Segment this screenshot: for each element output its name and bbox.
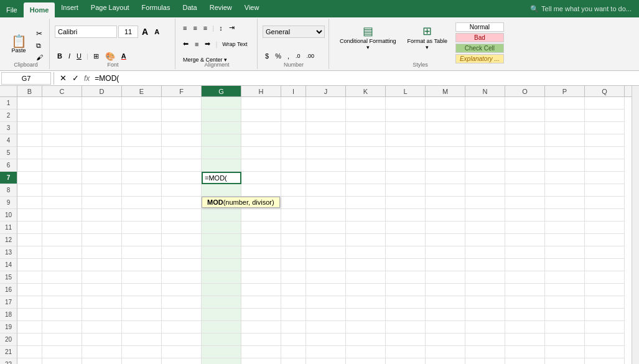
table-cell[interactable]	[82, 184, 122, 197]
table-cell[interactable]	[386, 172, 426, 184]
table-cell[interactable]	[82, 321, 122, 334]
increase-decimal-button[interactable]: .0	[293, 52, 303, 60]
table-cell[interactable]	[545, 346, 585, 358]
table-cell[interactable]	[42, 222, 82, 234]
table-cell[interactable]	[202, 284, 241, 296]
table-cell[interactable]	[42, 259, 82, 271]
table-cell[interactable]	[42, 346, 82, 358]
table-cell[interactable]	[505, 110, 545, 122]
font-color-button[interactable]: A	[119, 51, 129, 61]
table-cell[interactable]	[505, 234, 545, 246]
table-cell[interactable]	[505, 358, 545, 364]
currency-button[interactable]: $	[263, 51, 271, 61]
table-cell[interactable]	[122, 284, 162, 296]
table-cell[interactable]	[386, 259, 426, 271]
table-cell[interactable]	[386, 321, 426, 334]
col-header-n[interactable]: N	[465, 86, 505, 96]
align-top-right-button[interactable]: ≡	[201, 23, 210, 33]
table-cell[interactable]	[426, 110, 465, 122]
table-cell[interactable]	[585, 222, 625, 234]
table-cell[interactable]	[122, 246, 162, 259]
table-cell[interactable]	[82, 271, 122, 284]
table-cell[interactable]	[545, 259, 585, 271]
font-name-input[interactable]	[55, 26, 117, 38]
table-cell[interactable]	[82, 197, 122, 209]
table-cell[interactable]	[241, 97, 281, 110]
table-cell[interactable]	[505, 197, 545, 209]
row-number[interactable]: 6	[0, 159, 17, 172]
tab-formulas[interactable]: Formulas	[136, 0, 177, 15]
row-number[interactable]: 13	[0, 246, 17, 259]
tab-insert[interactable]: Insert	[55, 0, 85, 15]
table-cell[interactable]	[306, 197, 346, 209]
table-cell[interactable]	[17, 222, 42, 234]
table-cell[interactable]	[122, 321, 162, 334]
table-cell[interactable]	[545, 321, 585, 334]
table-cell[interactable]	[162, 222, 202, 234]
table-cell[interactable]	[505, 184, 545, 197]
table-cell[interactable]	[162, 296, 202, 309]
table-cell[interactable]	[465, 134, 505, 147]
table-cell[interactable]	[122, 197, 162, 209]
table-cell[interactable]	[122, 184, 162, 197]
underline-button[interactable]: U	[74, 51, 84, 61]
table-cell[interactable]	[386, 110, 426, 122]
table-cell[interactable]	[426, 246, 465, 259]
table-cell[interactable]	[202, 134, 241, 147]
table-cell[interactable]	[426, 259, 465, 271]
table-cell[interactable]	[505, 122, 545, 134]
table-cell[interactable]	[545, 222, 585, 234]
table-cell[interactable]	[585, 122, 625, 134]
table-cell[interactable]	[306, 234, 346, 246]
table-cell[interactable]	[545, 284, 585, 296]
table-cell[interactable]	[122, 172, 162, 184]
table-cell[interactable]	[585, 234, 625, 246]
italic-button[interactable]: I	[66, 51, 73, 61]
table-cell[interactable]	[585, 134, 625, 147]
vertical-scrollbar[interactable]	[632, 86, 639, 364]
table-cell[interactable]	[17, 184, 42, 197]
table-cell[interactable]	[162, 147, 202, 159]
style-normal-box[interactable]: Normal	[455, 22, 504, 32]
table-cell[interactable]	[585, 271, 625, 284]
col-header-h[interactable]: H	[241, 86, 281, 96]
row-number[interactable]: 12	[0, 234, 17, 246]
table-cell[interactable]	[306, 271, 346, 284]
table-cell[interactable]	[162, 159, 202, 172]
table-cell[interactable]	[241, 222, 281, 234]
table-cell[interactable]	[426, 234, 465, 246]
table-cell[interactable]	[386, 284, 426, 296]
col-header-o[interactable]: O	[505, 86, 545, 96]
table-cell[interactable]	[306, 222, 346, 234]
col-header-f[interactable]: F	[162, 86, 202, 96]
table-cell[interactable]	[465, 147, 505, 159]
table-cell[interactable]	[306, 97, 346, 110]
table-cell[interactable]	[122, 110, 162, 122]
table-cell[interactable]	[465, 234, 505, 246]
table-cell[interactable]	[465, 271, 505, 284]
table-cell[interactable]	[386, 271, 426, 284]
table-cell[interactable]	[202, 309, 241, 321]
table-cell[interactable]	[17, 358, 42, 364]
table-cell[interactable]	[42, 147, 82, 159]
table-cell[interactable]	[17, 321, 42, 334]
table-cell[interactable]	[346, 97, 386, 110]
cut-button[interactable]: ✂	[34, 28, 45, 39]
table-cell[interactable]	[241, 110, 281, 122]
table-cell[interactable]	[505, 271, 545, 284]
table-cell[interactable]	[505, 209, 545, 222]
table-cell[interactable]	[202, 159, 241, 172]
row-number[interactable]: 11	[0, 222, 17, 234]
table-cell[interactable]	[386, 346, 426, 358]
table-cell[interactable]	[241, 334, 281, 346]
table-cell[interactable]	[162, 259, 202, 271]
table-cell[interactable]	[202, 271, 241, 284]
table-cell[interactable]	[241, 184, 281, 197]
table-cell[interactable]	[122, 259, 162, 271]
table-cell[interactable]	[426, 209, 465, 222]
table-cell[interactable]	[346, 271, 386, 284]
table-cell[interactable]	[465, 172, 505, 184]
table-cell[interactable]	[281, 246, 306, 259]
table-cell[interactable]	[465, 184, 505, 197]
table-cell[interactable]	[162, 197, 202, 209]
